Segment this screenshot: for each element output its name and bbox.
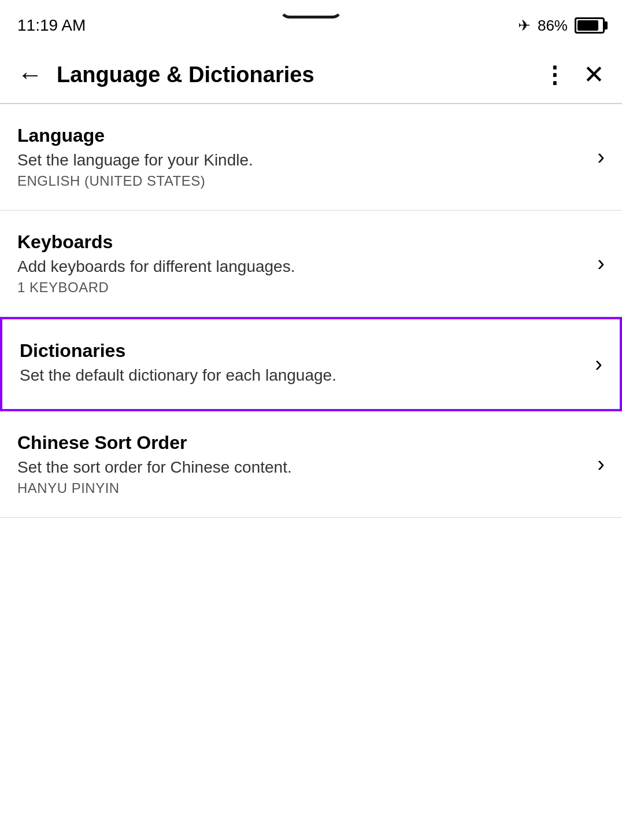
- settings-item-title-language: Language: [17, 125, 597, 146]
- settings-item-value-keyboards: 1 KEYBOARD: [17, 279, 597, 296]
- toolbar: ← Language & Dictionaries ⋮ ✕: [0, 46, 622, 104]
- settings-item-language[interactable]: LanguageSet the language for your Kindle…: [0, 104, 622, 211]
- more-menu-icon[interactable]: ⋮: [543, 61, 567, 88]
- close-icon[interactable]: ✕: [583, 62, 605, 87]
- toolbar-actions: ⋮ ✕: [543, 61, 605, 88]
- chevron-right-icon-keyboards: ›: [597, 251, 605, 276]
- settings-item-chinese-sort-order[interactable]: Chinese Sort OrderSet the sort order for…: [0, 411, 622, 518]
- settings-item-desc-keyboards: Add keyboards for different languages.: [17, 257, 597, 276]
- chevron-right-icon-dictionaries: ›: [595, 352, 602, 377]
- swipe-handle: [276, 6, 346, 19]
- settings-item-value-language: ENGLISH (UNITED STATES): [17, 173, 597, 189]
- settings-item-content-language: LanguageSet the language for your Kindle…: [17, 125, 597, 189]
- settings-item-value-chinese-sort-order: HANYU PINYIN: [17, 480, 597, 496]
- settings-item-title-chinese-sort-order: Chinese Sort Order: [17, 432, 597, 454]
- settings-item-content-dictionaries: DictionariesSet the default dictionary f…: [20, 340, 595, 388]
- back-button[interactable]: ←: [17, 62, 43, 87]
- battery-icon: [575, 17, 605, 34]
- settings-item-desc-chinese-sort-order: Set the sort order for Chinese content.: [17, 458, 597, 477]
- page-title: Language & Dictionaries: [57, 62, 543, 87]
- battery-fill: [577, 20, 598, 31]
- battery-body: [575, 17, 605, 34]
- settings-item-keyboards[interactable]: KeyboardsAdd keyboards for different lan…: [0, 211, 622, 317]
- settings-item-title-keyboards: Keyboards: [17, 231, 597, 253]
- settings-list: LanguageSet the language for your Kindle…: [0, 104, 622, 518]
- settings-item-dictionaries[interactable]: DictionariesSet the default dictionary f…: [0, 317, 622, 411]
- settings-item-desc-language: Set the language for your Kindle.: [17, 151, 597, 170]
- chevron-right-icon-chinese-sort-order: ›: [597, 452, 605, 477]
- settings-item-title-dictionaries: Dictionaries: [20, 340, 595, 362]
- chevron-right-icon-language: ›: [597, 145, 605, 170]
- battery-percent: 86%: [538, 17, 568, 35]
- settings-item-content-keyboards: KeyboardsAdd keyboards for different lan…: [17, 231, 597, 296]
- settings-item-content-chinese-sort-order: Chinese Sort OrderSet the sort order for…: [17, 432, 597, 496]
- airplane-icon: ✈: [518, 17, 531, 35]
- settings-item-desc-dictionaries: Set the default dictionary for each lang…: [20, 366, 595, 385]
- status-time: 11:19 AM: [17, 16, 86, 35]
- status-icons: ✈ 86%: [518, 17, 605, 35]
